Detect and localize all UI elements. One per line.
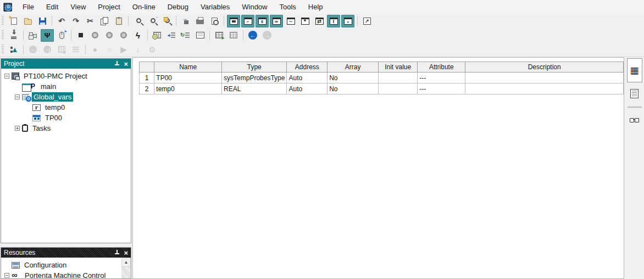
live-debug-mode-button[interactable] [7, 43, 20, 56]
toggle-watch-window[interactable] [270, 15, 283, 27]
new-project-button[interactable] [7, 15, 20, 27]
menu-project[interactable]: Project [92, 0, 126, 14]
tree-label[interactable]: main [39, 82, 58, 91]
grid-cell[interactable]: --- [418, 83, 465, 94]
expand-icon[interactable]: + [15, 126, 20, 131]
grid-cell[interactable]: TP00 [154, 72, 222, 83]
tree-item-main[interactable]: main [1, 81, 131, 92]
fullscreen-button[interactable] [360, 15, 374, 27]
column-header-description[interactable]: Description [465, 62, 624, 72]
column-header-rownum[interactable] [140, 62, 154, 72]
menu-tools[interactable]: Tools [274, 0, 302, 14]
grid-view-button[interactable] [627, 58, 642, 82]
remove-all-breakpoints-button[interactable] [55, 43, 68, 56]
tree-item-temp0[interactable]: temp0 [1, 102, 131, 113]
tree-item-tasks[interactable]: +Tasks [1, 123, 131, 133]
cold-restart-button[interactable] [88, 29, 102, 42]
close-icon[interactable]: × [124, 249, 128, 256]
menu-edit[interactable]: Edit [40, 0, 64, 14]
grid-cell[interactable] [465, 72, 624, 83]
cut-button[interactable]: ✂ [84, 15, 97, 27]
tree-label[interactable]: temp0 [43, 103, 66, 112]
trigger-button[interactable]: ⊙ [146, 43, 159, 56]
goto-symbol-button[interactable] [179, 15, 192, 27]
menu-help[interactable]: Help [302, 0, 329, 14]
insert-record-button[interactable] [213, 29, 226, 42]
edit-variables-button[interactable] [193, 29, 207, 42]
hot-restart-button[interactable] [117, 29, 130, 42]
tree-label[interactable]: Global_vars [32, 92, 73, 102]
toggle-oscilloscope-window[interactable] [284, 15, 297, 27]
download-plc-code-button[interactable] [7, 29, 20, 42]
halt-plc-button[interactable] [74, 29, 87, 42]
collapse-icon[interactable]: − [4, 74, 9, 79]
async-graphic-window-button[interactable] [165, 29, 178, 42]
continue-button[interactable]: ▶ [117, 43, 130, 56]
toggle-cross-reference-window[interactable] [313, 15, 326, 27]
scroll-up-icon[interactable]: ▲ [121, 258, 131, 267]
run-plc-button[interactable] [131, 29, 145, 42]
grid-cell[interactable]: No [327, 72, 379, 83]
tree-label[interactable]: Portenta Machine Control [23, 271, 107, 278]
undo-button[interactable]: ↶ [55, 15, 68, 27]
menu-online[interactable]: On-line [126, 0, 162, 14]
column-header-type[interactable]: Type [222, 62, 287, 72]
open-project-button[interactable] [21, 15, 35, 27]
watch-view-button[interactable] [627, 111, 642, 130]
grid-cell[interactable]: sysTempProbesType [222, 72, 287, 83]
toolbar-grip[interactable] [2, 16, 4, 26]
find-next-button[interactable] [146, 15, 159, 27]
run-to-cursor-button[interactable] [69, 43, 82, 56]
simulation-mode-button[interactable] [55, 29, 68, 42]
toggle-operators-window[interactable] [298, 15, 312, 27]
print-preview-button[interactable] [208, 15, 221, 27]
delete-record-button[interactable] [227, 29, 240, 42]
copy-button[interactable] [98, 15, 111, 27]
column-header-attribute[interactable]: Attribute [418, 62, 465, 72]
tree-label[interactable]: Tasks [31, 124, 52, 133]
close-icon[interactable]: × [124, 60, 128, 68]
grid-cell[interactable]: REAL [222, 83, 287, 94]
sync-graphic-window-button[interactable] [179, 29, 192, 42]
column-header-name[interactable]: Name [154, 62, 222, 72]
text-list-view-button[interactable] [627, 84, 642, 103]
add-symbol-to-debug-button[interactable] [26, 43, 40, 56]
toggle-find-results-window[interactable] [341, 15, 354, 27]
menu-view[interactable]: View [64, 0, 92, 14]
navigate-back-button[interactable] [246, 29, 259, 42]
collapse-icon[interactable]: − [15, 94, 20, 99]
toggle-project-window[interactable] [227, 15, 240, 27]
tree-item-tp00[interactable]: TP00 [1, 113, 131, 123]
grid-cell[interactable] [465, 83, 624, 94]
resources-scrollbar[interactable]: ▲ [121, 258, 131, 278]
print-button[interactable] [193, 15, 207, 27]
breakpoint-button[interactable]: ○ [103, 43, 116, 56]
watch-window-button[interactable] [151, 29, 164, 42]
find-button[interactable] [131, 15, 145, 27]
grid-cell[interactable]: No [327, 83, 379, 94]
tree-label[interactable]: Configuration [23, 260, 68, 270]
device-view-button[interactable] [26, 29, 40, 42]
row-number-cell[interactable]: 1 [140, 72, 154, 83]
save-project-button[interactable] [36, 15, 49, 27]
menu-debug[interactable]: Debug [162, 0, 195, 14]
grid-cell[interactable]: Auto [287, 83, 327, 94]
column-header-array[interactable]: Array [327, 62, 379, 72]
toggle-output-window[interactable] [327, 15, 340, 27]
pin-icon[interactable] [114, 250, 120, 256]
paste-button[interactable] [112, 15, 125, 27]
warm-restart-button[interactable] [103, 29, 116, 42]
tree-label[interactable]: PT100-PMC Project [22, 71, 89, 81]
tree-label[interactable]: TP00 [43, 113, 64, 122]
menu-file[interactable]: File [16, 0, 40, 14]
pin-icon[interactable] [114, 61, 120, 67]
redo-button[interactable]: ↷ [69, 15, 82, 27]
grid-cell[interactable]: --- [418, 72, 465, 83]
connect-button[interactable] [41, 29, 54, 42]
tree-item-global-vars[interactable]: −Global_vars [1, 92, 131, 102]
toggle-properties-window[interactable] [241, 15, 254, 27]
toggle-library-window[interactable] [256, 15, 269, 27]
tree-item-pt100-pmc-project[interactable]: −PT100-PMC Project [1, 71, 131, 81]
tree-item-configuration[interactable]: Configuration [1, 260, 121, 270]
toolbar-grip[interactable] [2, 44, 4, 54]
